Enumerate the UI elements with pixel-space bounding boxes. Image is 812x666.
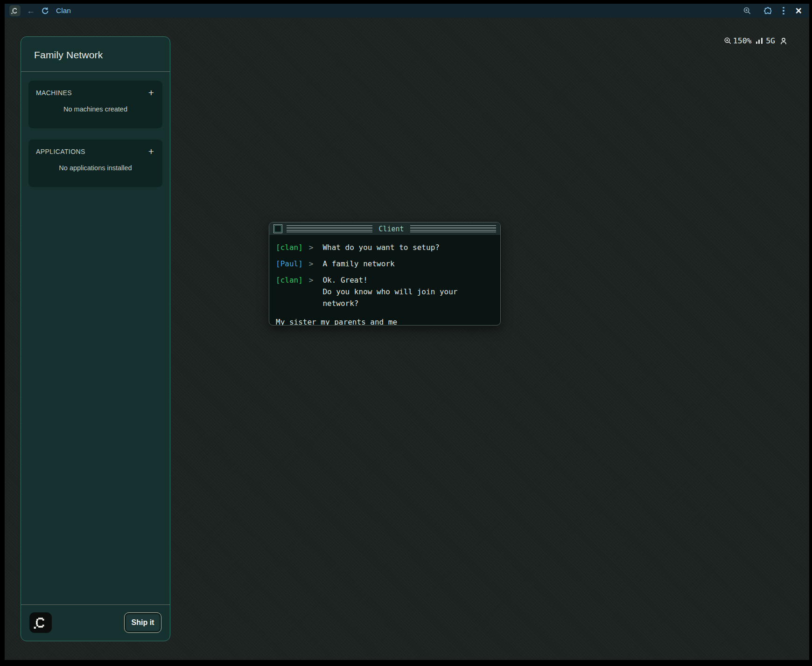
message-text: Ok. Great! Do you know who will join you…: [322, 274, 494, 309]
magnifier-icon: [724, 37, 732, 45]
kebab-menu-icon[interactable]: [783, 7, 784, 15]
clan-logo-icon: [29, 612, 52, 633]
message-prompt: >: [309, 258, 314, 270]
terminal-body[interactable]: [clan] > What do you want to setup? [Pau…: [269, 236, 500, 326]
applications-label: APPLICATIONS: [36, 148, 85, 155]
message-text: A family network: [322, 258, 394, 270]
close-icon[interactable]: ×: [796, 6, 802, 16]
terminal-message: [clan] > What do you want to setup?: [276, 242, 494, 253]
message-text: What do you want to setup?: [322, 242, 439, 253]
extensions-puzzle-icon[interactable]: [763, 7, 771, 15]
status-indicators: 150% 5G: [724, 36, 788, 45]
ship-it-button[interactable]: Ship it: [124, 612, 161, 633]
titlebar-stripes-left: [287, 225, 372, 232]
terminal-title-bar[interactable]: Client: [269, 222, 500, 236]
sidebar-panel: Family Network MACHINES + No machines cr…: [21, 36, 170, 641]
signal-bars-icon: [756, 38, 763, 44]
close-box-icon[interactable]: [273, 224, 282, 233]
message-prompt: >: [309, 274, 314, 309]
add-application-button[interactable]: +: [147, 146, 155, 156]
page-title: Family Network: [34, 49, 157, 61]
machines-card-header: MACHINES +: [36, 88, 155, 97]
sidebar-body: MACHINES + No machines created APPLICATI…: [21, 72, 170, 604]
browser-actions: ×: [743, 6, 802, 16]
titlebar-stripes-right: [410, 225, 496, 232]
network-value: 5G: [766, 36, 775, 45]
clan-logo-icon: [9, 5, 21, 16]
sidebar-header: Family Network: [21, 37, 170, 72]
machines-label: MACHINES: [36, 89, 72, 97]
terminal-title: Client: [377, 225, 406, 233]
message-speaker: [clan]: [276, 242, 303, 253]
add-machine-button[interactable]: +: [147, 88, 155, 97]
message-speaker: [Paul]: [276, 258, 303, 270]
applications-empty-text: No applications installed: [36, 164, 155, 172]
back-arrow-icon[interactable]: ←: [27, 7, 35, 15]
message-speaker: [clan]: [276, 274, 303, 309]
zoom-level-indicator: 150%: [724, 36, 752, 45]
applications-card-header: APPLICATIONS +: [36, 146, 155, 156]
message-prompt: >: [309, 242, 314, 253]
person-icon[interactable]: [779, 37, 788, 45]
terminal-message: [Paul] > A family network: [276, 258, 494, 270]
machines-empty-text: No machines created: [36, 105, 155, 113]
applications-card: APPLICATIONS + No applications installed: [28, 139, 162, 187]
sidebar-footer: Ship it: [21, 604, 170, 641]
terminal-input-line[interactable]: My sister my parents and me: [276, 316, 494, 326]
app-window: ← Clan ×: [5, 4, 809, 660]
terminal-message: [clan] > Ok. Great! Do you know who will…: [276, 274, 494, 309]
browser-title-bar: ← Clan ×: [5, 4, 809, 18]
tab-title: Clan: [56, 7, 71, 15]
zoom-level-value: 150%: [733, 36, 752, 45]
network-indicator: 5G: [756, 36, 775, 45]
machines-card: MACHINES + No machines created: [28, 81, 162, 128]
main-content: 150% 5G Family Network MACHINE: [5, 18, 809, 660]
refresh-icon[interactable]: [41, 7, 49, 15]
zoom-in-icon[interactable]: [743, 7, 751, 15]
client-terminal-window: Client [clan] > What do you want to setu…: [269, 222, 501, 326]
